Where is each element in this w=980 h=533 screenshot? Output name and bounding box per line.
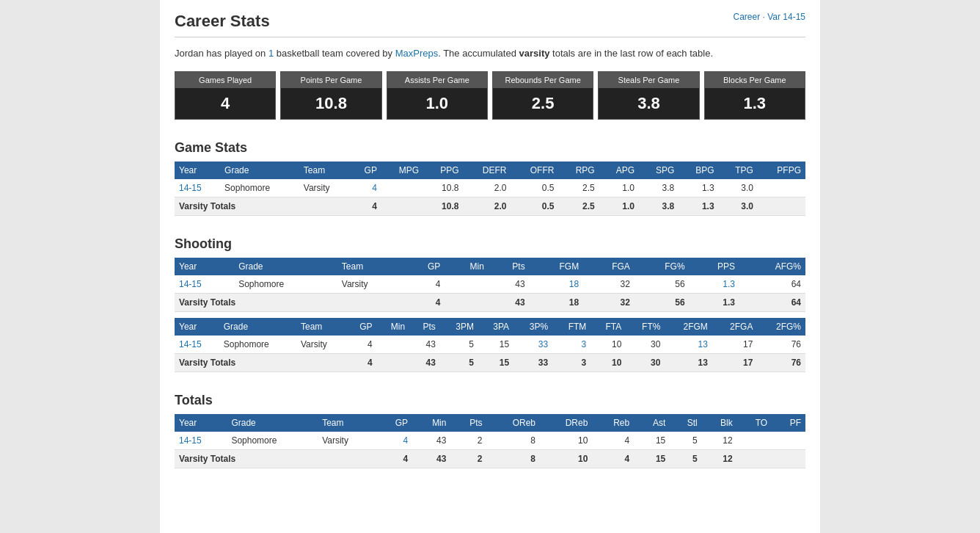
- tot-totals-stl: 5: [670, 449, 701, 468]
- s2-col-3pct: 3P%: [513, 318, 552, 336]
- shooting-title: Shooting: [175, 236, 805, 252]
- game-stats-section: Game Stats Year Grade Team GP MPG PPG DE…: [175, 140, 805, 216]
- s1-fga: 32: [583, 275, 635, 294]
- tot-reb: 4: [592, 432, 634, 450]
- page-nav: Career · Var 14-15: [734, 12, 806, 22]
- s2-totals-ftm: 3: [552, 353, 590, 371]
- summary-box-3: Rebounds Per Game 2.5: [492, 71, 593, 120]
- col-grade: Grade: [220, 162, 299, 179]
- game-stats-row-0: 14-15 Sophomore Varsity 4 10.8 2.0 0.5 2…: [175, 179, 805, 197]
- col-gp: GP: [350, 162, 381, 179]
- col-year: Year: [175, 162, 220, 179]
- s2-col-2fga: 2FGA: [712, 318, 758, 336]
- gs-totals-mpg: [381, 197, 423, 215]
- intro-text: Jordan has played on 1 basketball team c…: [175, 46, 805, 61]
- tot-totals-dreb: 10: [540, 449, 592, 468]
- s2-col-min: Min: [377, 318, 410, 336]
- s2-totals-3pct: 33: [513, 353, 552, 371]
- s2-ftm: 3: [552, 336, 590, 354]
- gs-team: Varsity: [299, 179, 351, 197]
- s2-col-year: Year: [175, 318, 219, 336]
- shooting-t1-row-0: 14-15 Sophomore Varsity 4 43 18 32 56 1.…: [175, 275, 805, 294]
- intro-after: . The accumulated: [438, 48, 519, 59]
- s1-col-fgm: FGM: [530, 258, 583, 275]
- summary-box-2: Assists Per Game 1.0: [387, 71, 488, 120]
- totals-table: Year Grade Team GP Min Pts OReb DReb Reb…: [175, 414, 805, 468]
- tot-totals-label: Varsity Totals: [175, 449, 376, 468]
- intro-end: totals are in the last row of each table…: [549, 48, 713, 59]
- tot-pf: [772, 432, 805, 450]
- game-stats-table: Year Grade Team GP MPG PPG DEFR OFFR RPG…: [175, 162, 805, 216]
- tot-totals-reb: 4: [592, 449, 634, 468]
- s2-col-pts: Pts: [409, 318, 440, 336]
- page-title: Career Stats: [175, 12, 270, 31]
- s1-col-year: Year: [175, 258, 234, 275]
- intro-before: Jordan has played on: [175, 48, 268, 59]
- shooting-table-2: Year Grade Team GP Min Pts 3PM 3PA 3P% F…: [175, 318, 805, 372]
- col-spg: SPG: [639, 162, 679, 179]
- tot-year[interactable]: 14-15: [175, 432, 227, 450]
- s1-afgpct: 64: [739, 275, 805, 294]
- col-apg: APG: [599, 162, 639, 179]
- t-col-team: Team: [318, 414, 376, 432]
- gs-totals-offr: 0.5: [511, 197, 558, 215]
- s1-totals-min: [445, 293, 489, 311]
- gs-pfpg: [758, 179, 805, 197]
- tot-pts: 2: [450, 432, 486, 450]
- tot-team: Varsity: [318, 432, 376, 450]
- s2-totals-3pm: 5: [440, 353, 478, 371]
- totals-totals-row: Varsity Totals 4 43 2 8 10 4 15 5 12: [175, 449, 805, 468]
- page-header: Career Stats Career · Var 14-15: [175, 12, 805, 37]
- tot-oreb: 8: [487, 432, 540, 450]
- col-team: Team: [299, 162, 351, 179]
- gs-year[interactable]: 14-15: [175, 179, 220, 197]
- totals-title: Totals: [175, 393, 805, 408]
- tot-totals-min: 43: [412, 449, 450, 468]
- intro-middle: basketball team covered by: [274, 48, 395, 59]
- gs-grade: Sophomore: [220, 179, 299, 197]
- t-col-blk: Blk: [702, 414, 737, 432]
- s1-totals-fgm: 18: [530, 293, 583, 311]
- gs-defr: 2.0: [463, 179, 511, 197]
- totals-header-row: Year Grade Team GP Min Pts OReb DReb Reb…: [175, 414, 805, 432]
- s2-col-ftpct: FT%: [626, 318, 665, 336]
- tot-gp: 4: [376, 432, 412, 450]
- gs-mpg: [381, 179, 423, 197]
- gs-totals-label: Varsity Totals: [175, 197, 350, 215]
- s1-pps: 1.3: [690, 275, 739, 294]
- t-col-ast: Ast: [634, 414, 670, 432]
- summary-box-value-4: 3.8: [599, 88, 698, 119]
- s1-year[interactable]: 14-15: [175, 275, 234, 294]
- summary-box-value-3: 2.5: [493, 88, 593, 119]
- shooting-table-1: Year Grade Team GP Min Pts FGM FGA FG% P…: [175, 258, 805, 312]
- col-defr: DEFR: [463, 162, 511, 179]
- summary-box-4: Steals Per Game 3.8: [598, 71, 699, 120]
- t-col-min: Min: [412, 414, 450, 432]
- s2-totals-ftpct: 30: [626, 353, 665, 371]
- summary-box-label-0: Games Played: [175, 72, 275, 88]
- t-col-dreb: DReb: [540, 414, 592, 432]
- s2-team: Varsity: [296, 336, 346, 354]
- s2-totals-gp: 4: [346, 353, 377, 371]
- s1-grade: Sophomore: [234, 275, 337, 294]
- s2-min: [377, 336, 410, 354]
- summary-box-label-5: Blocks Per Game: [705, 72, 805, 88]
- s2-totals-fta: 10: [590, 353, 626, 371]
- summary-boxes: Games Played 4 Points Per Game 10.8 Assi…: [175, 71, 805, 120]
- s2-fta: 10: [590, 336, 626, 354]
- s2-col-3pm: 3PM: [440, 318, 478, 336]
- s2-year[interactable]: 14-15: [175, 336, 219, 354]
- s1-gp: 4: [404, 275, 445, 294]
- gs-offr: 0.5: [511, 179, 558, 197]
- t-col-pf: PF: [772, 414, 805, 432]
- s2-col-team: Team: [296, 318, 346, 336]
- s1-col-fgpct: FG%: [635, 258, 690, 275]
- gs-tpg: 3.0: [719, 179, 758, 197]
- gs-totals-defr: 2.0: [463, 197, 511, 215]
- s1-col-gp: GP: [404, 258, 445, 275]
- shooting-t2-totals: Varsity Totals 4 43 5 15 33 3 10 30 13 1…: [175, 353, 805, 371]
- s2-col-grade: Grade: [219, 318, 296, 336]
- gs-ppg: 10.8: [423, 179, 463, 197]
- s2-totals-min: [377, 353, 410, 371]
- col-tpg: TPG: [719, 162, 758, 179]
